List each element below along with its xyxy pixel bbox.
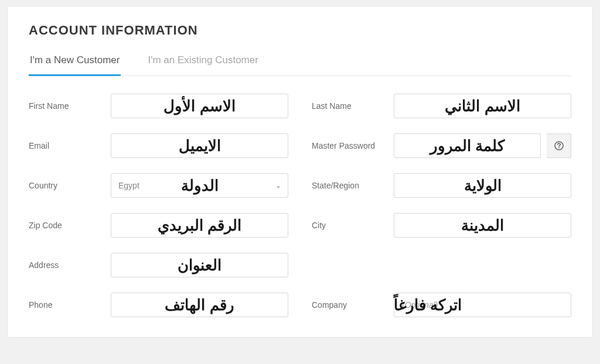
customer-tabs: I'm a New Customer I'm an Existing Custo… [29, 54, 571, 76]
address-input[interactable] [111, 253, 288, 277]
row-phone: Phone رقم الهاتف [29, 293, 288, 317]
label-city: City [312, 221, 388, 230]
form-grid: First Name الاسم الأول Last Name الاسم ا… [29, 94, 571, 317]
label-master-password: Master Password [312, 141, 388, 150]
row-company: Company (Optional) اتركه فارغاً [312, 293, 571, 317]
row-zip-code: Zip Code الرقم البريدي [29, 213, 288, 238]
city-input[interactable] [394, 213, 571, 238]
row-state-region: State/Region الولاية [312, 173, 571, 198]
email-input[interactable] [111, 133, 288, 158]
svg-point-1 [558, 147, 560, 149]
state-region-input[interactable] [394, 173, 571, 198]
label-company: Company [312, 300, 388, 310]
master-password-input[interactable] [394, 133, 541, 158]
last-name-input[interactable] [394, 94, 571, 118]
label-first-name: First Name [29, 101, 105, 111]
phone-input[interactable] [111, 293, 288, 317]
row-country: Country Egypt ⌄ الدولة [29, 173, 288, 198]
question-circle-icon [554, 141, 564, 150]
zip-code-input[interactable] [111, 213, 288, 238]
label-phone: Phone [29, 300, 105, 310]
label-state-region: State/Region [312, 181, 388, 190]
tab-new-customer[interactable]: I'm a New Customer [29, 54, 121, 76]
country-select[interactable]: Egypt [111, 173, 288, 198]
first-name-input[interactable] [111, 94, 288, 118]
row-last-name: Last Name الاسم الثاني [312, 94, 571, 118]
label-email: Email [29, 141, 105, 150]
section-title: ACCOUNT INFORMATION [29, 23, 571, 38]
account-info-card: ACCOUNT INFORMATION I'm a New Customer I… [7, 6, 593, 338]
tab-existing-customer[interactable]: I'm an Existing Customer [146, 54, 259, 76]
row-city: City المدينة [312, 213, 571, 238]
company-input[interactable] [394, 293, 571, 317]
label-country: Country [29, 181, 105, 190]
row-email: Email الايميل [29, 133, 288, 158]
label-last-name: Last Name [312, 101, 388, 111]
row-first-name: First Name الاسم الأول [29, 94, 288, 118]
label-zip-code: Zip Code [29, 221, 105, 230]
spacer [312, 253, 571, 277]
row-address: Address العنوان [29, 253, 288, 277]
password-help-button[interactable] [547, 133, 571, 158]
label-address: Address [29, 260, 105, 270]
row-master-password: Master Password كلمة المرور [312, 133, 571, 158]
